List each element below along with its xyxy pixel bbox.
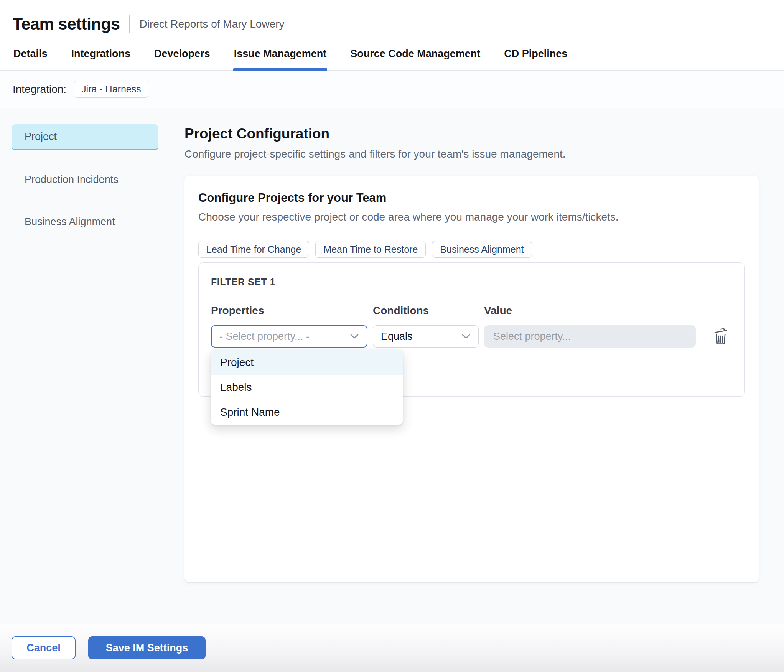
dropdown-option-labels[interactable]: Labels <box>211 375 403 400</box>
sidebar-item-production-incidents[interactable]: Production Incidents <box>12 166 158 193</box>
filter-column-labels: Properties Conditions Value <box>211 305 732 317</box>
integration-row: Integration: Jira - Harness <box>0 71 784 108</box>
condition-select[interactable]: Equals <box>373 325 479 348</box>
chip-business-alignment[interactable]: Business Alignment <box>432 241 532 258</box>
main-panel: Project Configuration Configure project-… <box>171 108 784 624</box>
condition-select-value: Equals <box>381 331 413 343</box>
property-select-placeholder: - Select property... - <box>219 331 310 343</box>
delete-filter-button[interactable] <box>710 326 730 347</box>
dropdown-option-project[interactable]: Project <box>211 350 403 375</box>
sidebar-item-business-alignment[interactable]: Business Alignment <box>12 209 158 235</box>
page-title: Team settings <box>13 15 120 33</box>
tab-cd-pipelines[interactable]: CD Pipelines <box>503 43 568 70</box>
properties-column-label: Properties <box>211 305 367 317</box>
property-dropdown: Project Labels Sprint Name <box>211 350 403 425</box>
trash-icon <box>712 327 728 346</box>
sidebar: Project Production Incidents Business Al… <box>0 108 171 624</box>
integration-label: Integration: <box>13 83 66 96</box>
content-area: Project Production Incidents Business Al… <box>0 108 784 624</box>
dropdown-option-sprint-name[interactable]: Sprint Name <box>211 400 403 425</box>
card-description: Choose your respective project or code a… <box>198 211 745 223</box>
card-title: Configure Projects for your Team <box>198 191 745 205</box>
filter-set-title: FILTER SET 1 <box>211 277 732 288</box>
configure-projects-card: Configure Projects for your Team Choose … <box>184 176 759 582</box>
cancel-button[interactable]: Cancel <box>12 636 76 659</box>
save-im-settings-button[interactable]: Save IM Settings <box>88 636 206 659</box>
title-separator <box>129 15 130 33</box>
sidebar-item-project[interactable]: Project <box>12 124 158 150</box>
tab-bar: Details Integrations Developers Issue Ma… <box>0 43 784 71</box>
value-input[interactable] <box>484 325 696 348</box>
filter-controls-row: - Select property... - Project Labels Sp… <box>211 325 732 348</box>
tab-source-code-management[interactable]: Source Code Management <box>349 43 481 70</box>
tab-integrations[interactable]: Integrations <box>71 43 132 70</box>
tab-developers[interactable]: Developers <box>153 43 211 70</box>
property-select[interactable]: - Select property... - Project Labels Sp… <box>211 325 367 348</box>
chevron-down-icon <box>350 334 359 339</box>
value-column-label: Value <box>484 305 696 317</box>
integration-chip[interactable]: Jira - Harness <box>74 81 148 98</box>
section-description: Configure project-specific settings and … <box>184 148 759 160</box>
tab-issue-management[interactable]: Issue Management <box>233 43 328 70</box>
conditions-column-label: Conditions <box>373 305 479 317</box>
page-header: Team settings Direct Reports of Mary Low… <box>0 0 784 43</box>
section-title: Project Configuration <box>184 126 759 142</box>
chevron-down-icon <box>461 334 471 339</box>
footer-action-bar: Cancel Save IM Settings <box>0 624 784 672</box>
tab-details[interactable]: Details <box>13 43 48 70</box>
page-subtitle: Direct Reports of Mary Lowery <box>139 18 284 30</box>
chip-lead-time-for-change[interactable]: Lead Time for Change <box>198 241 309 258</box>
filter-set-box: FILTER SET 1 Properties Conditions Value… <box>198 262 745 397</box>
chip-mean-time-to-restore[interactable]: Mean Time to Restore <box>315 241 426 258</box>
metric-chips-row: Lead Time for Change Mean Time to Restor… <box>198 241 745 258</box>
